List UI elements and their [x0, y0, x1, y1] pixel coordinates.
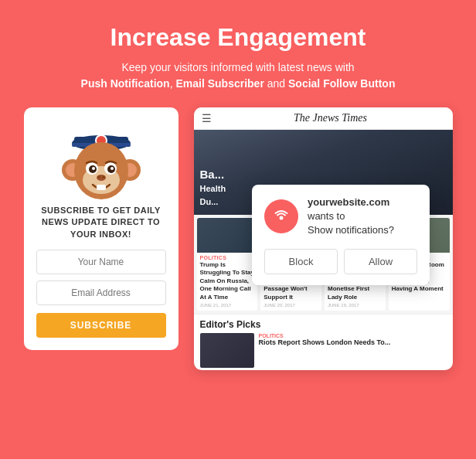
editors-item-tag: POLITICS	[259, 333, 447, 338]
news-card-date-3: JUNE 19, 2017	[325, 303, 386, 311]
news-card-date-1: JUNE 21, 2017	[197, 303, 258, 311]
subscribe-title: SUBSCRIBE TO GET DAILY NEWS UPDATE DIREC…	[36, 205, 166, 240]
subheadline-push: Push Notification	[81, 77, 170, 90]
notif-text: yourwebsite.com wants toShow notificatio…	[308, 196, 417, 238]
email-input[interactable]	[36, 280, 166, 305]
block-button[interactable]: Block	[264, 249, 338, 274]
news-card-title-1: Trump Is Struggling To Stay Calm On Russ…	[197, 261, 258, 303]
subheadline-comma: ,	[170, 77, 173, 90]
news-content: Ba... Health Du...	[194, 130, 453, 368]
hamburger-icon[interactable]: ☰	[202, 112, 212, 124]
svg-rect-20	[97, 185, 106, 190]
subscribe-button[interactable]: SUBSCRIBE	[36, 313, 166, 338]
editors-picks-label: Editor's Picks	[194, 314, 453, 333]
svg-point-18	[97, 175, 100, 178]
name-input[interactable]	[36, 250, 166, 274]
subheadline-text1: Keep your visitors informed with latest …	[121, 61, 354, 73]
subheadline-email: Email Subscriber	[175, 77, 264, 90]
news-card-tag-1: POLITICS	[197, 253, 258, 261]
hero-text: Ba... Health Du...	[200, 167, 226, 209]
wifi-icon	[272, 207, 291, 226]
svg-point-16	[110, 167, 114, 170]
news-card-date-2: JUNE 20, 2017	[260, 303, 321, 311]
news-card-1: POLITICS Trump Is Struggling To Stay Cal…	[197, 218, 258, 311]
notif-buttons: Block Allow	[264, 249, 417, 274]
news-card-date-4	[389, 295, 450, 298]
monkey-mascot	[59, 120, 144, 205]
notif-icon	[264, 199, 298, 233]
editors-item-text: POLITICS Riots Report Shows London Needs…	[259, 333, 447, 368]
allow-button[interactable]: Allow	[344, 249, 417, 274]
editors-row: POLITICS Riots Report Shows London Needs…	[194, 333, 453, 368]
news-card-img-1	[197, 218, 258, 253]
subheadline: Keep your visitors informed with latest …	[81, 60, 396, 92]
notif-header: yourwebsite.com wants toShow notificatio…	[264, 196, 417, 238]
notification-popup: yourwebsite.com wants toShow notificatio…	[252, 185, 430, 285]
notif-site: yourwebsite.com	[308, 196, 389, 208]
subheadline-and: and	[267, 77, 288, 90]
editors-item-img	[200, 333, 254, 368]
browser-title: The Jnews Times	[216, 112, 445, 124]
subheadline-social: Social Follow Button	[288, 77, 395, 90]
content-row: SUBSCRIBE TO GET DAILY NEWS UPDATE DIREC…	[15, 107, 461, 370]
svg-point-19	[102, 175, 105, 178]
subscribe-card: SUBSCRIBE TO GET DAILY NEWS UPDATE DIREC…	[24, 107, 178, 350]
browser-bar: ☰ The Jnews Times	[194, 107, 453, 130]
editors-item-title: Riots Report Shows London Needs To...	[259, 338, 447, 348]
svg-point-21	[280, 216, 284, 220]
main-container: Increase Engagement Keep your visitors i…	[0, 0, 476, 459]
browser-window: ☰ The Jnews Times Ba... Health Du...	[194, 107, 453, 370]
headline: Increase Engagement	[110, 23, 366, 52]
notif-message: wants toShow notifications?	[308, 210, 394, 236]
svg-point-15	[92, 167, 95, 170]
